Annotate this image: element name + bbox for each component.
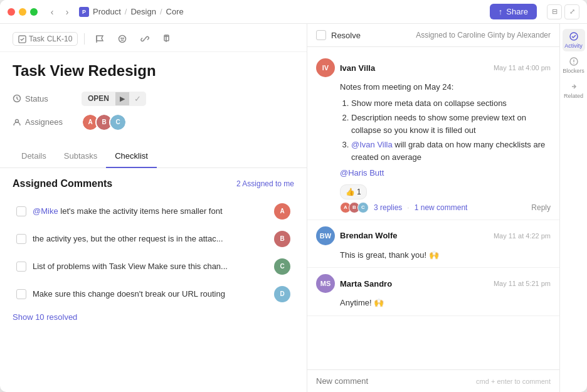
checklist-title: Assigned Comments [13, 178, 112, 189]
tab-details[interactable]: Details [13, 145, 55, 168]
status-badge[interactable]: OPEN ▶ ✓ [82, 92, 146, 106]
replies-count[interactable]: 3 replies [374, 202, 402, 213]
ivan-list-1: Show more meta data on collapse sections [351, 97, 551, 110]
ivan-author: Ivan Villa [340, 63, 489, 73]
checklist-item-2: the activity yes, but the other request … [13, 226, 294, 252]
tab-subtasks[interactable]: Subtasks [55, 145, 106, 168]
new-comment-link[interactable]: 1 new comment [415, 202, 468, 213]
task-content: Task View Redesign Status OPEN ▶ ✓ [0, 52, 307, 139]
comment-brendan: BW Brendan Wolfe May 11 at 4:22 pm This … [307, 220, 559, 268]
ivan-body: Notes from meeting on May 24: Show more … [340, 81, 551, 213]
share-button[interactable]: ↑ Share [490, 4, 537, 19]
task-type-badge[interactable]: Task CLK-10 [13, 32, 78, 46]
breadcrumb: P Product / Design / Core [79, 7, 184, 17]
thumbs-up-reaction[interactable]: 👍 1 [340, 184, 367, 199]
show-resolved-button[interactable]: Show 10 resolved [13, 309, 77, 326]
person-icon [13, 118, 21, 127]
ivan-tag: @Haris Butt [340, 167, 551, 179]
checklist-header: Assigned Comments 2 Assigned to me [13, 178, 294, 189]
checklist-text-3: List of problems with Task View Make sur… [33, 262, 268, 271]
status-icon [13, 94, 21, 103]
attachment-icon[interactable] [159, 30, 176, 48]
sidebar-item-activity[interactable]: Activity [563, 29, 585, 51]
ivan-mention: @Ivan Villa [351, 140, 393, 149]
marta-body: Anytime! 🙌 [340, 297, 551, 309]
assignees-label: Assignees [13, 117, 82, 127]
reply-avatars: A B C [340, 202, 369, 213]
expand-button[interactable]: ⤢ [564, 4, 579, 19]
checklist-checkbox-2[interactable] [16, 234, 26, 244]
sidebar-icons: Activity Blockers Re [559, 24, 587, 392]
resolve-bar: Resolve Assigned to Caroline Ginty by Al… [307, 24, 559, 47]
ivan-time: May 11 at 4:00 pm [494, 64, 551, 72]
reaction-count: 1 [357, 186, 361, 198]
checklist-checkbox-3[interactable] [16, 262, 26, 272]
svg-point-2 [119, 36, 126, 43]
main-layout: Task CLK-10 Task View Rede [0, 24, 587, 392]
ivan-body-prefix: Notes from meeting on May 24: [340, 81, 551, 93]
sidebar-item-blockers[interactable]: Blockers [563, 54, 585, 77]
checklist-checkbox-4[interactable] [16, 289, 26, 299]
breadcrumb-product: Product [93, 7, 121, 16]
marta-author: Marta Sandro [340, 279, 489, 289]
checklist-item-avatar-3: C [274, 258, 290, 275]
left-panel: Task CLK-10 Task View Rede [0, 24, 307, 392]
ivan-list: Show more meta data on collapse sections… [340, 97, 551, 164]
resolve-checkbox[interactable] [316, 30, 326, 40]
resolve-label: Resolve [331, 31, 411, 40]
svg-point-4 [123, 38, 124, 38]
replies-dot: · [407, 202, 409, 213]
close-dot [8, 8, 15, 16]
activity-icon [569, 31, 579, 41]
ivan-list-3: @Ivan Villa will grab data on how many c… [351, 139, 551, 163]
back-button[interactable]: ‹ [45, 5, 59, 19]
avatar-3: C [109, 114, 127, 131]
checklist-checkbox-1[interactable] [16, 206, 26, 216]
forward-button[interactable]: › [60, 5, 74, 19]
checklist-item-3: List of problems with Task View Make sur… [13, 253, 294, 280]
mention-mike: @Mike [33, 206, 58, 216]
blockers-label: Blockers [563, 68, 584, 74]
checklist-item-avatar-4: D [274, 286, 290, 302]
status-check-icon: ✓ [129, 92, 146, 106]
related-label: Related [564, 93, 583, 99]
breadcrumb-sep1: / [125, 7, 127, 16]
breadcrumb-design: Design [130, 7, 156, 16]
minimize-dot [19, 8, 26, 16]
comment-marta-header: MS Marta Sandro May 11 at 5:21 pm [316, 274, 551, 293]
flag-icon[interactable] [91, 30, 108, 48]
minimize-button[interactable]: ⊟ [547, 4, 562, 19]
status-row: Status OPEN ▶ ✓ [13, 92, 294, 106]
task-icon [18, 35, 26, 43]
comments-area: IV Ivan Villa May 11 at 4:00 pm Notes fr… [307, 47, 559, 369]
tabs-bar: Details Subtasks Checklist [0, 145, 307, 168]
sidebar-item-related[interactable]: Related [563, 79, 585, 102]
share-icon: ↑ [499, 7, 503, 16]
marta-time: May 11 at 5:21 pm [494, 280, 551, 287]
status-field-label: Status [25, 94, 48, 103]
reply-avatar-3: C [357, 202, 369, 213]
marta-avatar: MS [316, 274, 335, 293]
assignees-list: A B C [82, 114, 127, 131]
status-label: Status [13, 94, 82, 103]
comment-ivan: IV Ivan Villa May 11 at 4:00 pm Notes fr… [307, 52, 559, 220]
activity-panel: Resolve Assigned to Caroline Ginty by Al… [307, 24, 559, 392]
tab-checklist[interactable]: Checklist [106, 145, 157, 168]
reply-button[interactable]: Reply [531, 202, 551, 213]
task-toolbar: Task CLK-10 [0, 24, 307, 52]
window-controls [8, 8, 38, 16]
task-id-label: CLK-10 [47, 34, 73, 43]
avatar-circle-3: C [110, 115, 125, 130]
new-comment-input[interactable] [316, 376, 471, 386]
assignees-field-label: Assignees [25, 117, 63, 127]
emoji-icon[interactable] [114, 30, 131, 48]
brendan-body-text: This is great, thank you! 🙌 [340, 249, 551, 262]
ivan-footer: A B C 3 replies · 1 new comment Reply [340, 202, 551, 213]
link-icon[interactable] [136, 30, 154, 48]
assigned-badge[interactable]: 2 Assigned to me [236, 179, 294, 188]
checklist-area: Assigned Comments 2 Assigned to me @Mike… [0, 168, 307, 392]
brendan-body: This is great, thank you! 🙌 [340, 249, 551, 262]
task-title: Task View Redesign [13, 62, 294, 80]
comment-marta: MS Marta Sandro May 11 at 5:21 pm Anytim… [307, 268, 559, 316]
svg-point-10 [573, 63, 574, 63]
